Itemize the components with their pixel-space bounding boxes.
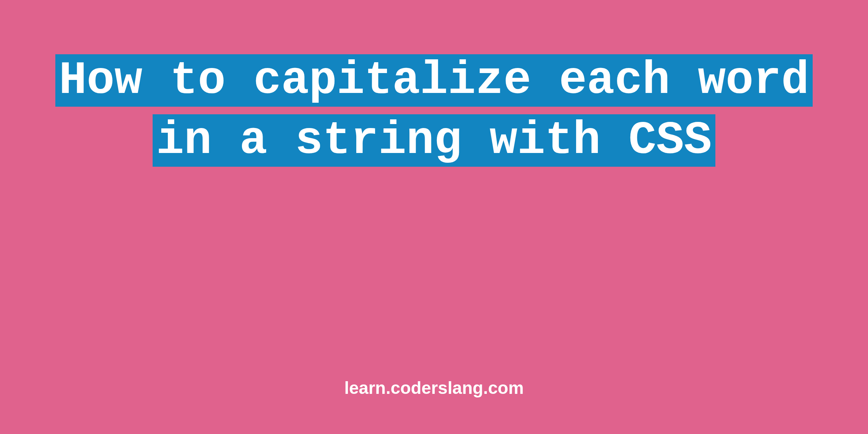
footer-text: learn.coderslang.com bbox=[0, 378, 868, 398]
title-highlight: How to capitalize each word in a string … bbox=[55, 54, 813, 167]
page-title: How to capitalize each word in a string … bbox=[55, 54, 813, 167]
title-container: How to capitalize each word in a string … bbox=[0, 51, 868, 171]
